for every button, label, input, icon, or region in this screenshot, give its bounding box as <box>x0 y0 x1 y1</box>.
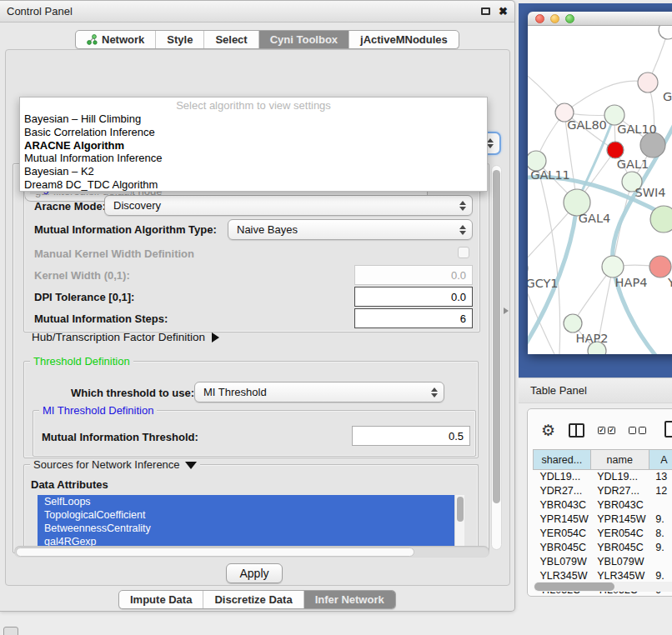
which-threshold-spinner-icon <box>431 388 437 398</box>
tab-style[interactable]: Style <box>155 31 203 48</box>
settings-horizontal-scrollbar[interactable] <box>14 546 489 558</box>
attributes-scrollbar-thumb[interactable] <box>457 497 464 522</box>
table-row[interactable]: YPR145WYPR145W9. <box>534 512 672 527</box>
control-panel-titlebar[interactable]: Control Panel ✖ <box>0 1 514 22</box>
node-label: GCY1 <box>528 277 559 290</box>
popup-item[interactable]: Bayesian – Hill Climbing <box>20 112 487 126</box>
mi-steps-field[interactable]: 6 <box>354 308 473 328</box>
network-window-titlebar[interactable] <box>528 12 672 26</box>
column-header[interactable]: shared... <box>534 450 591 470</box>
network-node[interactable] <box>638 72 658 92</box>
which-threshold-combo[interactable]: MI Threshold <box>194 382 444 402</box>
tab-select[interactable]: Select <box>203 31 258 48</box>
which-threshold-value: MI Threshold <box>203 386 267 398</box>
select-all-icon[interactable]: ✓✓ <box>598 427 615 434</box>
network-node[interactable] <box>649 256 671 278</box>
table-row[interactable]: YDL19...YDL19...13 <box>534 470 672 484</box>
aracne-mode-combo[interactable]: Discovery <box>104 195 473 216</box>
table-panel: ⚙ ✓✓ shared...nameA YDL19...YDL19...13YD… <box>527 408 672 597</box>
mi-type-label: Mutual Information Algorithm Type: <box>34 223 217 236</box>
kernel-width-field[interactable]: 0.0 <box>354 265 473 285</box>
tab-network[interactable]: Network <box>76 31 155 48</box>
table-horizontal-scrollbar[interactable] <box>534 582 672 592</box>
attribute-item[interactable]: BetweennessCentrality <box>38 522 464 535</box>
minimize-traffic-icon[interactable] <box>550 14 559 23</box>
threshold-definition-group: Threshold Definition Which threshold to … <box>23 361 479 458</box>
close-icon[interactable]: ✖ <box>499 6 508 17</box>
network-edge[interactable] <box>564 81 648 112</box>
settings-vertical-scrollbar-thumb[interactable] <box>493 170 500 503</box>
tab-discretize-data[interactable]: Discretize Data <box>203 591 303 608</box>
table-panel-header[interactable]: Table Panel <box>519 378 672 403</box>
node-label: Y <box>667 276 672 289</box>
tab-impute-data[interactable]: Impute Data <box>119 591 203 608</box>
attribute-item[interactable]: TopologicalCoefficient <box>38 508 464 522</box>
node-table[interactable]: shared...nameA YDL19...YDL19...13YDR27..… <box>533 449 672 597</box>
node-label: HAP2 <box>576 332 609 345</box>
algorithm-definition-group: Algorithm Definition Aracne Mode: Discov… <box>23 188 480 332</box>
popup-item[interactable]: Bayesian – K2 <box>20 165 487 178</box>
settings-horizontal-scrollbar-thumb[interactable] <box>16 548 414 557</box>
network-node[interactable] <box>640 132 665 158</box>
gear-icon[interactable]: ⚙ <box>541 422 555 438</box>
aracne-mode-value: Discovery <box>113 199 161 212</box>
table-row[interactable]: YBR045CYBR045C9. <box>534 541 672 555</box>
network-view-window[interactable]: GALGAL80GAL10GAL1GAL11SWI4GAL4GCY1HAP4YH… <box>528 12 672 354</box>
network-edge[interactable] <box>536 161 560 354</box>
algorithm-dropdown-popup: Select algorithm to view settings Bayesi… <box>19 97 488 192</box>
popup-item[interactable]: Mutual Information Inference <box>20 152 487 165</box>
popup-item[interactable]: Dream8 DC_TDC Algorithm <box>20 178 487 192</box>
popup-hint: Select algorithm to view settings <box>20 98 487 112</box>
network-node[interactable] <box>564 314 582 332</box>
tab-infer-network[interactable]: Infer Network <box>303 591 395 608</box>
dpi-tolerance-field[interactable]: 0.0 <box>354 287 473 307</box>
aracne-mode-spinner-icon <box>459 201 465 211</box>
close-traffic-icon[interactable] <box>535 14 544 23</box>
mi-type-value: Naive Bayes <box>237 223 298 236</box>
apply-button[interactable]: Apply <box>226 563 283 583</box>
document-icon[interactable] <box>664 421 672 438</box>
data-attributes-list[interactable]: SelfLoopsTopologicalCoefficientBetweenne… <box>38 495 464 548</box>
attribute-item[interactable]: SelfLoops <box>38 495 464 508</box>
float-panel-icon[interactable] <box>481 8 490 15</box>
popup-item[interactable]: Basic Correlation Inference <box>20 126 487 139</box>
which-threshold-label: Which threshold to use: <box>71 387 194 399</box>
manual-kernel-checkbox[interactable] <box>458 247 469 258</box>
column-header[interactable]: name <box>590 450 649 470</box>
network-node[interactable] <box>602 256 624 278</box>
sources-group-title[interactable]: Sources for Network Inference <box>30 458 200 471</box>
manual-kernel-label: Manual Kernel Width Definition <box>34 248 194 260</box>
table-row[interactable]: YLR345WYLR345W9. <box>534 569 672 583</box>
kernel-width-label: Kernel Width (0,1): <box>34 269 130 282</box>
popup-item[interactable]: ARACNE Algorithm <box>20 139 487 152</box>
hub-tf-definition-toggle[interactable]: Hub/Transcription Factor Definition <box>32 331 219 343</box>
table-row[interactable]: YER054CYER054C8. <box>534 527 672 541</box>
network-node[interactable] <box>650 206 672 232</box>
mi-algorithm-type-combo[interactable]: Naive Bayes <box>228 219 473 240</box>
aracne-mode-label: Aracne Mode: <box>34 200 106 212</box>
network-canvas[interactable]: GALGAL80GAL10GAL1GAL11SWI4GAL4GCY1HAP4YH… <box>528 26 672 354</box>
settings-vertical-scrollbar[interactable] <box>491 165 502 550</box>
expand-right-icon <box>212 332 219 342</box>
mi-threshold-field[interactable]: 0.5 <box>352 426 470 446</box>
table-row[interactable]: YBL079WYBL079W <box>534 555 672 569</box>
network-node[interactable] <box>659 26 672 39</box>
bottom-tab-bar: Impute Data Discretize Data Infer Networ… <box>118 590 396 609</box>
deselect-all-icon[interactable] <box>629 427 646 434</box>
tab-cyni-toolbox[interactable]: Cyni Toolbox <box>258 31 349 48</box>
splitter-collapse-icon[interactable] <box>504 308 509 314</box>
node-label: GAL80 <box>567 118 607 132</box>
column-header[interactable]: A <box>649 450 672 470</box>
split-pane-icon[interactable] <box>569 423 584 438</box>
tab-jactivemodules[interactable]: jActiveMNodules <box>349 31 459 48</box>
collapsed-panel-icon[interactable] <box>3 627 18 635</box>
maximize-traffic-icon[interactable] <box>565 14 574 23</box>
table-row[interactable]: YDR27...YDR27...12 <box>534 484 672 498</box>
attributes-scrollbar[interactable] <box>454 495 464 548</box>
dpi-tolerance-label: DPI Tolerance [0,1]: <box>34 291 134 303</box>
data-attributes-label: Data Attributes <box>31 478 108 491</box>
table-row[interactable]: YBR043CYBR043C <box>534 498 672 512</box>
network-node[interactable] <box>607 142 624 158</box>
table-horizontal-scrollbar-thumb[interactable] <box>534 582 614 591</box>
mi-threshold-definition-group: MI Threshold Definition Mutual Informati… <box>33 410 476 457</box>
